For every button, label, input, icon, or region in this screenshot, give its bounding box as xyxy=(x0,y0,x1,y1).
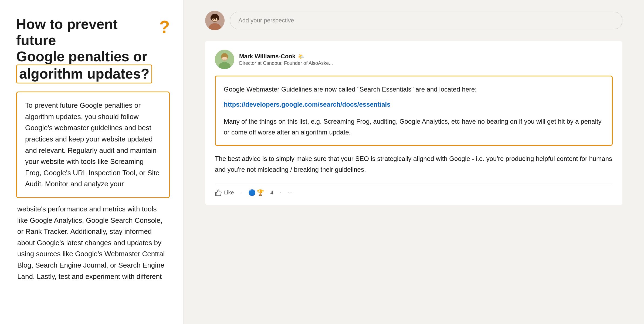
title-line2: Google penalties or xyxy=(16,49,157,65)
question-heading: How to prevent future Google penalties o… xyxy=(16,16,170,83)
reaction-count: 4 xyxy=(270,190,273,196)
right-panel: Add your perspective xyxy=(184,0,644,324)
comment-body: Google Webmaster Guidelines are now call… xyxy=(215,76,613,175)
like-icon xyxy=(215,189,222,196)
comment-card: Mark Williams-Cook 🌤️ Director at Candou… xyxy=(205,41,622,205)
answer-continuation-text: website's performance and metrics with t… xyxy=(16,204,170,282)
commenter-info: Mark Williams-Cook 🌤️ Director at Candou… xyxy=(239,53,613,66)
commenter-avatar xyxy=(215,50,234,69)
google-essentials-link[interactable]: https://developers.google.com/search/doc… xyxy=(224,99,604,110)
comment-header: Mark Williams-Cook 🌤️ Director at Candou… xyxy=(215,50,613,69)
title-line1: How to prevent future xyxy=(16,16,157,49)
reaction-gold-icon: 🏆 xyxy=(257,189,264,196)
reaction-blue-circle: 🔵 xyxy=(248,189,256,196)
comment-footer: Like · 🔵 🏆 4 · ··· xyxy=(215,184,613,196)
reaction-icons: 🔵 🏆 xyxy=(248,189,264,196)
answer-highlighted-text: To prevent future Google penalties or al… xyxy=(25,101,160,188)
add-perspective-input[interactable]: Add your perspective xyxy=(230,12,622,29)
sun-icon: 🌤️ xyxy=(298,53,304,60)
title-highlight: algorithm updates? xyxy=(16,65,152,83)
user-avatar xyxy=(205,11,225,30)
highlight-comment-line2: Many of the things on this list, e.g. Sc… xyxy=(224,116,604,137)
commenter-title: Director at Candour, Founder of AlsoAske… xyxy=(239,60,613,66)
commenter-name: Mark Williams-Cook 🌤️ xyxy=(239,53,613,60)
answer-highlighted-box: To prevent future Google penalties or al… xyxy=(16,92,170,198)
svg-point-15 xyxy=(221,55,223,58)
question-mark-icon: ? xyxy=(159,18,170,36)
svg-point-17 xyxy=(223,59,226,60)
dot-separator: · xyxy=(240,190,242,195)
like-button[interactable]: Like xyxy=(215,189,234,196)
highlight-comment-line1: Google Webmaster Guidelines are now call… xyxy=(224,84,604,95)
more-options-button[interactable]: ··· xyxy=(288,189,293,196)
svg-point-9 xyxy=(217,16,219,20)
highlight-comment-box: Google Webmaster Guidelines are now call… xyxy=(215,76,613,146)
svg-point-8 xyxy=(211,16,213,20)
left-panel: How to prevent future Google penalties o… xyxy=(0,0,184,324)
comment-continuation: The best advice is to simply make sure t… xyxy=(215,153,613,175)
dot-separator2: · xyxy=(280,190,281,195)
svg-point-16 xyxy=(226,55,228,58)
like-label: Like xyxy=(224,190,234,196)
perspective-row: Add your perspective xyxy=(205,11,622,30)
